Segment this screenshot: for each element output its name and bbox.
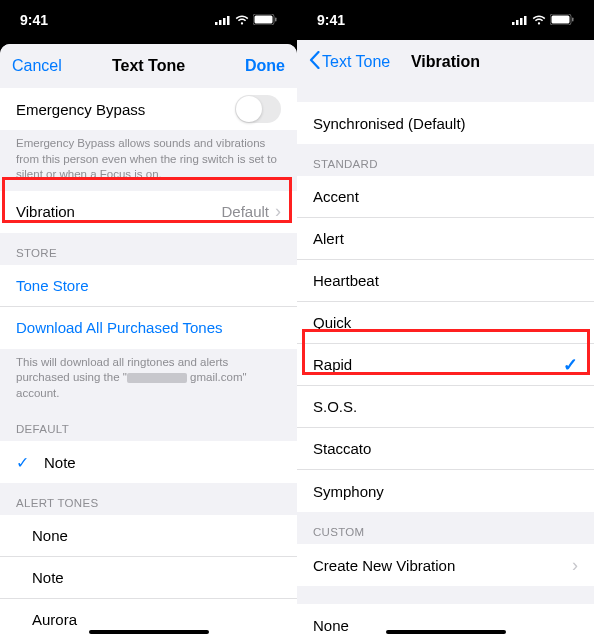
custom-header: CUSTOM bbox=[297, 512, 594, 544]
check-icon: ✓ bbox=[16, 453, 32, 472]
vibration-row[interactable]: Accent bbox=[297, 176, 594, 218]
wifi-icon bbox=[235, 12, 249, 28]
home-indicator bbox=[89, 630, 209, 634]
status-time: 9:41 bbox=[20, 12, 48, 28]
vibration-row[interactable]: Symphony bbox=[297, 470, 594, 512]
svg-rect-13 bbox=[572, 18, 574, 22]
store-header: STORE bbox=[0, 233, 297, 265]
battery-icon bbox=[550, 12, 574, 28]
page-title: Vibration bbox=[411, 53, 480, 71]
nav-bar: Text Tone Vibration bbox=[297, 40, 594, 84]
left-screenshot: 9:41 Cancel Text Tone Done Emergency Byp… bbox=[0, 0, 297, 640]
right-screenshot: 9:41 Text Tone Vibration bbox=[297, 0, 594, 640]
vibration-row[interactable]: Vibration Default › bbox=[0, 191, 297, 233]
create-vibration-row[interactable]: Create New Vibration › bbox=[297, 544, 594, 586]
vibration-row[interactable]: Rapid✓ bbox=[297, 344, 594, 386]
status-indicators bbox=[512, 12, 574, 28]
vibration-option-label: Rapid bbox=[313, 356, 563, 373]
tone-store-row[interactable]: Tone Store bbox=[0, 265, 297, 307]
svg-rect-2 bbox=[223, 18, 226, 25]
svg-rect-10 bbox=[524, 16, 527, 25]
wifi-icon bbox=[532, 12, 546, 28]
store-footer: This will download all ringtones and ale… bbox=[0, 349, 297, 410]
svg-rect-3 bbox=[227, 16, 230, 25]
battery-icon bbox=[253, 12, 277, 28]
tone-store-link: Tone Store bbox=[16, 277, 89, 294]
vibration-value: Default bbox=[221, 203, 269, 220]
alert-tone-row[interactable]: None bbox=[0, 515, 297, 557]
vibration-row[interactable]: S.O.S. bbox=[297, 386, 594, 428]
status-time: 9:41 bbox=[317, 12, 345, 28]
vibration-option-label: S.O.S. bbox=[313, 398, 578, 415]
vibration-option-label: Accent bbox=[313, 188, 578, 205]
home-indicator bbox=[386, 630, 506, 634]
alert-tone-label: None bbox=[32, 527, 281, 544]
emergency-bypass-footer: Emergency Bypass allows sounds and vibra… bbox=[0, 130, 297, 191]
emergency-bypass-label: Emergency Bypass bbox=[16, 101, 235, 118]
standard-header: STANDARD bbox=[297, 144, 594, 176]
svg-rect-5 bbox=[255, 16, 273, 24]
emergency-bypass-toggle[interactable] bbox=[235, 95, 281, 123]
back-label: Text Tone bbox=[322, 53, 390, 71]
status-indicators bbox=[215, 12, 277, 28]
download-all-row[interactable]: Download All Purchased Tones bbox=[0, 307, 297, 349]
vibration-none-row[interactable]: None bbox=[297, 604, 594, 640]
svg-rect-1 bbox=[219, 20, 222, 25]
vibration-option-label: Symphony bbox=[313, 483, 578, 500]
redacted-email bbox=[127, 373, 187, 383]
svg-rect-0 bbox=[215, 22, 218, 25]
emergency-bypass-row[interactable]: Emergency Bypass bbox=[0, 88, 297, 130]
svg-rect-12 bbox=[552, 16, 570, 24]
status-bar: 9:41 bbox=[297, 0, 594, 40]
synchronised-row[interactable]: Synchronised (Default) bbox=[297, 102, 594, 144]
svg-rect-7 bbox=[512, 22, 515, 25]
cancel-button[interactable]: Cancel bbox=[12, 57, 72, 75]
vibration-option-label: Heartbeat bbox=[313, 272, 578, 289]
signal-icon bbox=[215, 12, 231, 28]
vibration-label: Vibration bbox=[16, 203, 221, 220]
nav-bar: Cancel Text Tone Done bbox=[0, 44, 297, 88]
signal-icon bbox=[512, 12, 528, 28]
download-all-link: Download All Purchased Tones bbox=[16, 319, 223, 336]
vibration-option-label: Quick bbox=[313, 314, 578, 331]
chevron-right-icon: › bbox=[275, 201, 281, 222]
vibration-option-label: Alert bbox=[313, 230, 578, 247]
alert-tones-header: ALERT TONES bbox=[0, 483, 297, 515]
svg-rect-8 bbox=[516, 20, 519, 25]
create-vibration-label: Create New Vibration bbox=[313, 557, 566, 574]
done-button[interactable]: Done bbox=[225, 57, 285, 75]
default-tone-label: Note bbox=[44, 454, 281, 471]
chevron-right-icon: › bbox=[572, 555, 578, 576]
default-header: DEFAULT bbox=[0, 409, 297, 441]
status-bar: 9:41 bbox=[0, 0, 297, 40]
vibration-row[interactable]: Quick bbox=[297, 302, 594, 344]
alert-tone-label: Note bbox=[32, 569, 281, 586]
page-title: Text Tone bbox=[112, 57, 185, 75]
vibration-option-label: Staccato bbox=[313, 440, 578, 457]
vibration-row[interactable]: Alert bbox=[297, 218, 594, 260]
svg-rect-9 bbox=[520, 18, 523, 25]
alert-tone-label: Aurora bbox=[32, 611, 281, 628]
vibration-row[interactable]: Heartbeat bbox=[297, 260, 594, 302]
back-button[interactable]: Text Tone bbox=[309, 51, 390, 73]
svg-rect-6 bbox=[275, 18, 277, 22]
chevron-left-icon bbox=[309, 51, 320, 73]
synchronised-label: Synchronised (Default) bbox=[313, 115, 578, 132]
vibration-row[interactable]: Staccato bbox=[297, 428, 594, 470]
alert-tone-row[interactable]: Note bbox=[0, 557, 297, 599]
default-tone-row[interactable]: ✓ Note bbox=[0, 441, 297, 483]
check-icon: ✓ bbox=[563, 354, 578, 376]
